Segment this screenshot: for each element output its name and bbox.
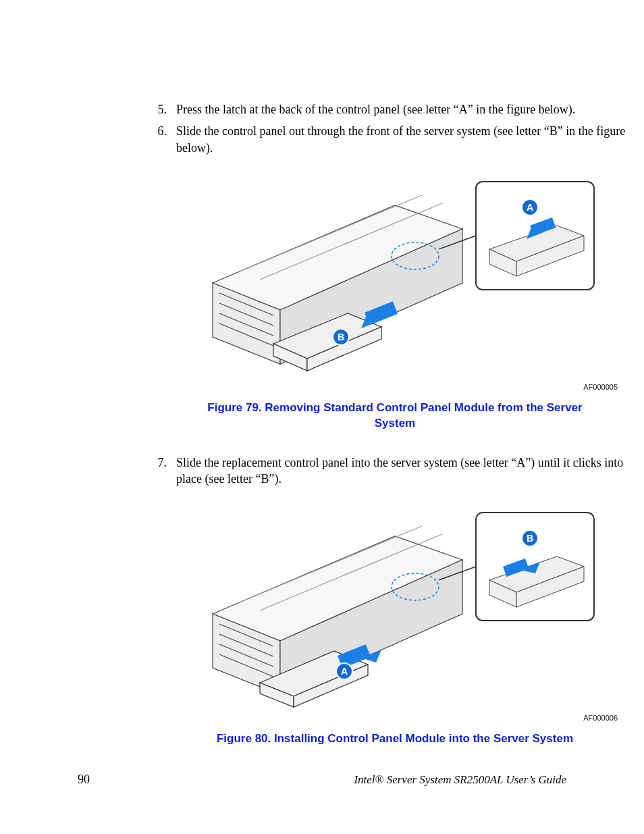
step-text: Slide the control panel out through the … [176,123,638,156]
instruction-list: 5. Press the latch at the back of the co… [152,101,638,156]
figure-80: A B A [152,499,638,747]
step-text: Slide the replacement control panel into… [176,454,638,488]
label-a: A [527,202,533,213]
step-5: 5. Press the latch at the back of the co… [152,101,638,118]
step-number: 5. [152,101,176,118]
figure-79-id: AF000005 [152,383,638,391]
step-6: 6. Slide the control panel out through t… [152,123,638,156]
figure-80-id: AF000006 [152,714,638,722]
page-number: 90 [78,773,90,787]
step-7: 7. Slide the replacement control panel i… [152,454,638,488]
figure-80-caption: Figure 80. Installing Control Panel Modu… [206,731,584,747]
figure-80-illustration: A B [152,499,638,711]
label-b: B [338,332,344,342]
step-number: 7. [152,454,176,488]
guide-title: Intel® Server System SR2500AL User’s Gui… [354,773,566,787]
step-number: 6. [152,123,176,156]
figure-79-illustration: B A [152,168,638,380]
label-a: A [341,666,348,677]
figure-79-caption: Figure 79. Removing Standard Control Pan… [206,400,584,432]
step-text: Press the latch at the back of the contr… [176,101,638,118]
figure-79: B A [152,168,638,432]
instruction-list-2: 7. Slide the replacement control panel i… [152,454,638,488]
label-b: B [527,533,533,544]
page-footer: 90 Intel® Server System SR2500AL User’s … [78,773,566,787]
main-content: 5. Press the latch at the back of the co… [152,101,638,747]
